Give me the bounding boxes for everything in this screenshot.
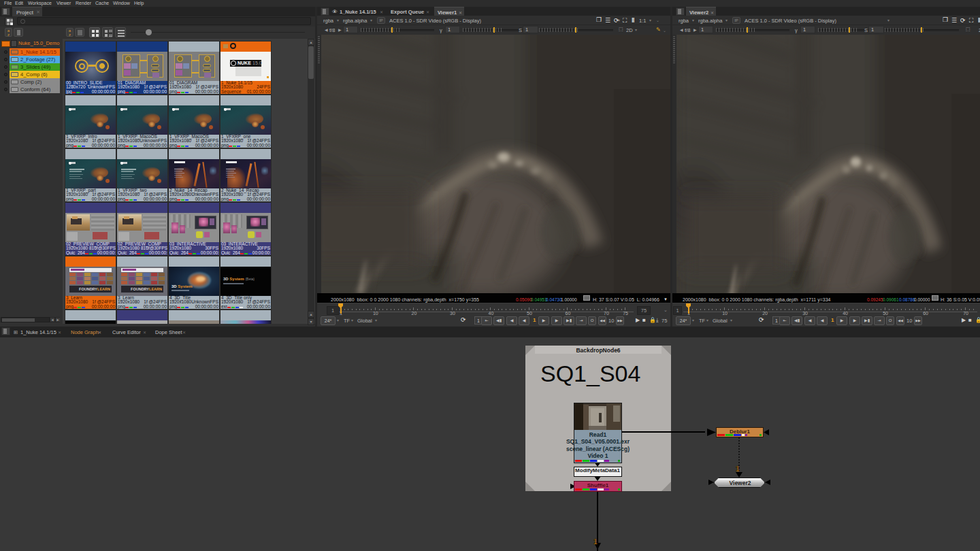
svg-text:1: 1 [593, 538, 598, 546]
svg-text:1: 1 [736, 465, 740, 473]
